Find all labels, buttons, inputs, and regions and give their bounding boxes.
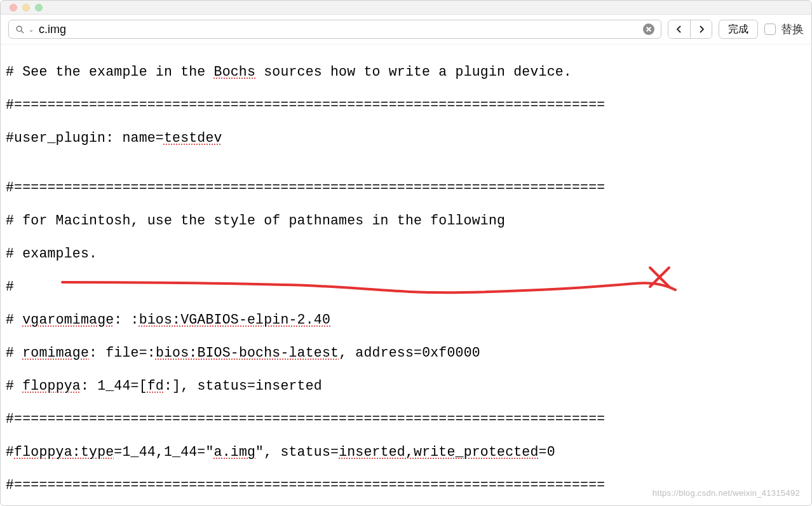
editor-line: #=======================================… (6, 97, 806, 113)
zoom-window-button[interactable] (35, 4, 43, 11)
editor-line: # floppya: 1_44=[fd:], status=inserted (6, 378, 806, 394)
editor-line: #user_plugin: name=testdev (6, 130, 806, 146)
minimize-window-button[interactable] (22, 4, 30, 11)
editor-line: # for Macintosh, use the style of pathna… (6, 212, 806, 229)
editor-line: #=======================================… (6, 179, 806, 196)
search-field[interactable]: ⌄ (8, 20, 661, 39)
search-options-caret[interactable]: ⌄ (29, 26, 34, 33)
editor-line: # romimage: file=:bios:BIOS-bochs-latest… (6, 345, 806, 361)
replace-toggle-group: 替换 (764, 22, 804, 37)
clear-search-button[interactable] (643, 24, 654, 35)
editor-line: # (6, 278, 806, 295)
search-nav-group (668, 20, 712, 39)
editor-window: ⌄ 完成 替换 (0, 0, 812, 506)
editor-line: # See the example in the Bochs sources h… (6, 64, 806, 80)
titlebar (1, 1, 811, 15)
editor-line: #=======================================… (6, 411, 806, 427)
svg-point-0 (17, 26, 22, 31)
text-editor[interactable]: # See the example in the Bochs sources h… (1, 44, 811, 505)
svg-line-1 (22, 31, 24, 33)
find-next-button[interactable] (690, 20, 712, 38)
find-previous-button[interactable] (668, 20, 690, 38)
replace-checkbox[interactable] (764, 24, 776, 35)
editor-line: # examples. (6, 245, 806, 262)
replace-label: 替换 (781, 22, 804, 37)
done-button[interactable]: 完成 (719, 20, 758, 39)
watermark: https://blog.csdn.net/weixin_41315492 (653, 485, 800, 502)
search-bar: ⌄ 完成 替换 (1, 15, 811, 44)
editor-line: # vgaromimage: :bios:VGABIOS-elpin-2.40 (6, 311, 806, 328)
editor-line: #floppya:type=1_44,1_44="a.img", status=… (6, 444, 806, 460)
search-icon (15, 25, 25, 34)
close-window-button[interactable] (10, 4, 17, 11)
search-input[interactable] (39, 23, 643, 36)
